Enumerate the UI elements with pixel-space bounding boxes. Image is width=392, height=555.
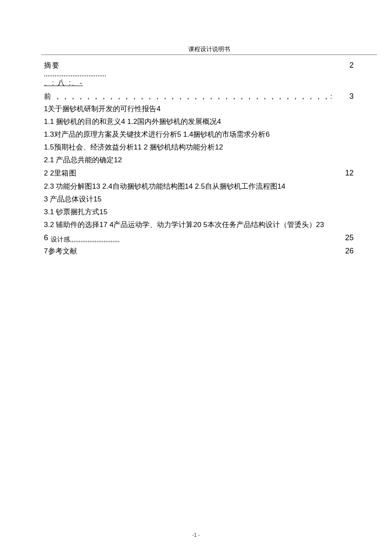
toc-row-12-page: 26 (341, 244, 354, 257)
toc-row-2: 1.1 捆钞机的目的和意义4 1.2国内外捆钞机的发展概况4 (44, 115, 354, 128)
toc-row-11-label: 设计感,,,,,,,,,,,,,,,,,,,,,,,,,,,, (51, 233, 120, 246)
toc-preface-row: 前，，，，，，，，，，，，，，，，，，，，，，，，，，，，，，，，，，，，: 3 (44, 90, 354, 103)
toc-row-9: 3.1 钞票捆扎方式15 (44, 206, 354, 219)
toc-row-11: 6 设计感,,,,,,,,,,,,,,,,,,,,,,,,,,,, 25 (44, 231, 354, 244)
preface-page: 3 (346, 90, 354, 102)
header-title: 课程设计说明书 (41, 46, 377, 55)
abstract-label: 摘要 (44, 61, 60, 70)
toc-abstract-row: 摘要 2 (44, 60, 354, 70)
toc-row-6: 2 2里箱图 12 (44, 167, 354, 180)
footer-page-number: -1 - (0, 532, 392, 538)
toc-row-5: 2.1 产品总共能的确定12 (44, 154, 354, 167)
toc-row-1: 1关于捆钞机研制开发的可行性报告4 (44, 103, 354, 115)
toc-row-11-page: 25 (341, 231, 354, 244)
toc-row-6-page: 12 (341, 167, 354, 179)
toc-row-3: 1.3对产品的原理方案及关键技术进行分析5 1.4捆钞机的市场需求分析6 (44, 128, 354, 141)
toc-row-11-text: 6 设计感,,,,,,,,,,,,,,,,,,,,,,,,,,,, (44, 231, 120, 244)
toc-underline-row: 、: 八 :、- (44, 78, 354, 88)
toc-row-11-num: 6 (44, 231, 48, 244)
preface-text: 前，，，，，，，，，，，，，，，，，，，，，，，，，，，，，，，，，，，，: (44, 91, 333, 103)
toc-row-7: 2.3 功能分解图13 2.4自动捆钞机功能结构图14 2.5自从捆钞机工作流程… (44, 180, 354, 193)
toc-row-4: 1.5预期社会、经济效益分析11 2 捆钞机结构功能分析12 (44, 141, 354, 154)
abstract-quotes: ,,,,,,,,,,,,,,,,,,,,,,,,,,,,,,,,,,, (44, 71, 354, 76)
toc-row-12: 7参考文献 26 (44, 244, 354, 258)
toc-row-12-label: 7参考文献 (44, 245, 77, 258)
toc-row-10: 3.2 辅助件的选择17 4产品运动学、动力学计算20 5本次任务产品结构设计（… (44, 219, 354, 231)
toc-row-6-label: 2 2里箱图 (44, 167, 76, 180)
document-page: 课程设计说明书 摘要 2 ,,,,,,,,,,,,,,,,,,,,,,,,,,,… (0, 0, 392, 258)
abstract-page: 2 (341, 60, 354, 70)
toc-row-8: 3 产品总体设计15 (44, 193, 354, 206)
